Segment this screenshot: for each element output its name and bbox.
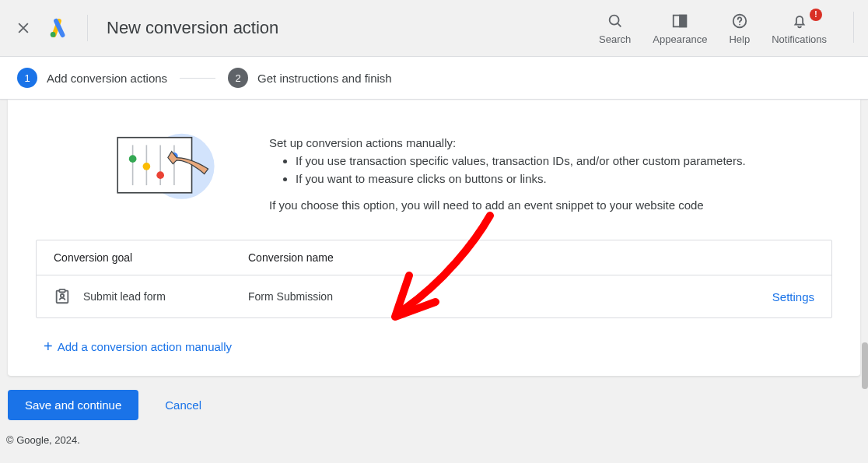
bell-icon: [790, 12, 809, 30]
scrollbar[interactable]: [862, 342, 868, 389]
search-icon: [606, 12, 625, 30]
step-connector: [180, 78, 215, 79]
google-ads-logo-icon: [47, 17, 68, 39]
help-button[interactable]: Help: [729, 12, 750, 45]
svg-point-12: [129, 155, 137, 163]
col-name: Conversion name: [248, 251, 721, 264]
help-label: Help: [729, 33, 750, 45]
add-conversion-manually-button[interactable]: + Add a conversion action manually: [36, 338, 832, 354]
notifications-button[interactable]: ! Notifications: [772, 12, 827, 45]
svg-point-14: [156, 171, 164, 179]
appearance-icon: [670, 12, 689, 30]
svg-point-1: [609, 15, 618, 24]
row-settings-link[interactable]: Settings: [721, 290, 814, 303]
svg-point-0: [51, 32, 56, 37]
step-2-label: Get instructions and finish: [257, 72, 392, 85]
main-panel: Set up conversion actions manually: If y…: [8, 99, 860, 376]
table-header: Conversion goal Conversion name: [37, 240, 831, 275]
conversion-table: Conversion goal Conversion name Submit l…: [36, 240, 832, 318]
help-icon: [730, 12, 749, 30]
goal-value: Submit lead form: [83, 290, 166, 303]
intro-bullet-2: If you want to measure clicks on buttons…: [296, 170, 832, 188]
notification-badge: !: [810, 9, 822, 21]
illustration: [36, 130, 215, 212]
search-button[interactable]: Search: [599, 12, 631, 45]
divider: [853, 12, 854, 43]
appearance-button[interactable]: Appearance: [653, 12, 707, 45]
search-label: Search: [599, 33, 631, 45]
intro-lead: Set up conversion actions manually:: [269, 136, 832, 149]
cancel-button[interactable]: Cancel: [165, 398, 201, 412]
svg-point-18: [61, 294, 64, 297]
svg-rect-17: [59, 289, 65, 293]
svg-rect-7: [117, 138, 191, 193]
name-value: Form Submission: [248, 290, 721, 303]
step-1-number: 1: [17, 68, 37, 88]
notifications-label: Notifications: [772, 33, 827, 45]
lead-form-icon: [54, 288, 71, 305]
stepper: 1 Add conversion actions 2 Get instructi…: [0, 56, 868, 100]
action-row: Save and continue Cancel: [8, 390, 868, 420]
intro-section: Set up conversion actions manually: If y…: [36, 130, 832, 212]
svg-point-13: [143, 163, 151, 170]
divider: [87, 15, 88, 41]
col-goal: Conversion goal: [54, 251, 248, 264]
save-and-continue-button[interactable]: Save and continue: [8, 390, 138, 420]
intro-bullet-1: If you use transaction specific values, …: [296, 153, 832, 170]
plus-icon: +: [44, 338, 53, 354]
step-1[interactable]: 1 Add conversion actions: [17, 68, 167, 88]
intro-note: If you choose this option, you will need…: [269, 198, 832, 212]
app-bar: New conversion action Search Appearance …: [0, 0, 868, 56]
appearance-label: Appearance: [653, 33, 707, 45]
footer-copyright: © Google, 2024.: [6, 434, 868, 446]
step-1-label: Add conversion actions: [47, 72, 167, 85]
header-actions: Search Appearance Help ! Notifications: [599, 12, 854, 45]
intro-text: Set up conversion actions manually: If y…: [269, 130, 832, 212]
step-2-number: 2: [228, 68, 248, 88]
close-icon[interactable]: [14, 19, 33, 37]
page-title: New conversion action: [107, 18, 278, 38]
table-row: Submit lead form Form Submission Setting…: [37, 275, 831, 317]
svg-point-5: [739, 23, 740, 25]
step-2[interactable]: 2 Get instructions and finish: [228, 68, 392, 88]
svg-rect-3: [680, 15, 686, 26]
add-manual-label: Add a conversion action manually: [58, 340, 232, 353]
